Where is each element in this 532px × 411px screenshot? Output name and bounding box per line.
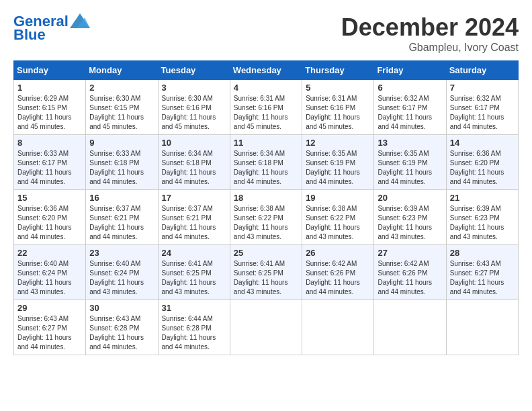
calendar-cell: 21Sunrise: 6:39 AMSunset: 6:23 PMDayligh… — [446, 190, 518, 245]
day-number: 30 — [89, 303, 154, 313]
calendar-cell: 3Sunrise: 6:30 AMSunset: 6:16 PMDaylight… — [158, 80, 230, 135]
day-info: Sunrise: 6:34 AMSunset: 6:18 PMDaylight:… — [162, 150, 216, 185]
day-info: Sunrise: 6:40 AMSunset: 6:24 PMDaylight:… — [89, 260, 144, 295]
day-number: 1 — [17, 83, 82, 93]
calendar-week-row: 22Sunrise: 6:40 AMSunset: 6:24 PMDayligh… — [14, 245, 519, 300]
calendar-week-row: 29Sunrise: 6:43 AMSunset: 6:27 PMDayligh… — [14, 300, 519, 355]
day-info: Sunrise: 6:37 AMSunset: 6:21 PMDaylight:… — [89, 205, 144, 240]
month-title: December 2024 — [341, 13, 519, 42]
calendar-cell: 7Sunrise: 6:32 AMSunset: 6:17 PMDaylight… — [446, 80, 518, 135]
calendar-cell: 19Sunrise: 6:38 AMSunset: 6:22 PMDayligh… — [302, 190, 374, 245]
day-info: Sunrise: 6:31 AMSunset: 6:16 PMDaylight:… — [306, 95, 360, 130]
calendar-cell — [302, 300, 374, 355]
day-number: 16 — [89, 193, 154, 203]
day-of-week-header: Wednesday — [230, 61, 302, 80]
title-section: December 2024 Gbampleu, Ivory Coast — [341, 13, 519, 54]
calendar-cell: 29Sunrise: 6:43 AMSunset: 6:27 PMDayligh… — [14, 300, 86, 355]
day-info: Sunrise: 6:30 AMSunset: 6:15 PMDaylight:… — [89, 95, 144, 130]
day-number: 27 — [378, 248, 442, 258]
day-number: 25 — [234, 248, 298, 258]
day-info: Sunrise: 6:43 AMSunset: 6:27 PMDaylight:… — [17, 315, 72, 351]
day-of-week-header: Friday — [374, 61, 446, 80]
day-number: 21 — [450, 193, 515, 203]
calendar-cell: 2Sunrise: 6:30 AMSunset: 6:15 PMDaylight… — [86, 80, 158, 135]
calendar-cell: 26Sunrise: 6:42 AMSunset: 6:26 PMDayligh… — [302, 245, 374, 300]
day-info: Sunrise: 6:40 AMSunset: 6:24 PMDaylight:… — [17, 260, 72, 295]
calendar-cell: 28Sunrise: 6:43 AMSunset: 6:27 PMDayligh… — [446, 245, 518, 300]
day-number: 8 — [17, 138, 82, 148]
calendar-week-row: 1Sunrise: 6:29 AMSunset: 6:15 PMDaylight… — [14, 80, 519, 135]
day-info: Sunrise: 6:42 AMSunset: 6:26 PMDaylight:… — [378, 260, 432, 295]
day-number: 7 — [450, 83, 515, 93]
day-number: 20 — [378, 193, 442, 203]
calendar-cell: 23Sunrise: 6:40 AMSunset: 6:24 PMDayligh… — [86, 245, 158, 300]
day-number: 14 — [450, 138, 515, 148]
logo-icon — [70, 13, 90, 28]
logo-text-blue: Blue — [13, 27, 46, 43]
location: Gbampleu, Ivory Coast — [341, 42, 519, 54]
day-number: 9 — [89, 138, 154, 148]
calendar-cell: 8Sunrise: 6:33 AMSunset: 6:17 PMDaylight… — [14, 135, 86, 190]
day-info: Sunrise: 6:29 AMSunset: 6:15 PMDaylight:… — [17, 95, 72, 130]
day-number: 13 — [378, 138, 442, 148]
day-number: 17 — [162, 193, 226, 203]
day-number: 3 — [162, 83, 226, 93]
calendar-cell: 11Sunrise: 6:34 AMSunset: 6:18 PMDayligh… — [230, 135, 302, 190]
day-number: 22 — [17, 248, 82, 258]
calendar-cell: 5Sunrise: 6:31 AMSunset: 6:16 PMDaylight… — [302, 80, 374, 135]
day-number: 24 — [162, 248, 226, 258]
calendar-cell — [230, 300, 302, 355]
calendar-cell: 6Sunrise: 6:32 AMSunset: 6:17 PMDaylight… — [374, 80, 446, 135]
calendar-header-row: SundayMondayTuesdayWednesdayThursdayFrid… — [14, 61, 519, 80]
calendar-cell: 20Sunrise: 6:39 AMSunset: 6:23 PMDayligh… — [374, 190, 446, 245]
day-of-week-header: Monday — [86, 61, 158, 80]
calendar-cell: 17Sunrise: 6:37 AMSunset: 6:21 PMDayligh… — [158, 190, 230, 245]
day-number: 4 — [234, 83, 298, 93]
day-number: 2 — [89, 83, 154, 93]
calendar-week-row: 8Sunrise: 6:33 AMSunset: 6:17 PMDaylight… — [14, 135, 519, 190]
day-info: Sunrise: 6:41 AMSunset: 6:25 PMDaylight:… — [162, 260, 216, 295]
day-number: 15 — [17, 193, 82, 203]
day-info: Sunrise: 6:33 AMSunset: 6:17 PMDaylight:… — [17, 150, 72, 185]
logo: General Blue — [13, 13, 90, 43]
day-info: Sunrise: 6:36 AMSunset: 6:20 PMDaylight:… — [17, 205, 72, 240]
day-info: Sunrise: 6:37 AMSunset: 6:21 PMDaylight:… — [162, 205, 216, 240]
calendar-cell: 10Sunrise: 6:34 AMSunset: 6:18 PMDayligh… — [158, 135, 230, 190]
calendar-cell: 13Sunrise: 6:35 AMSunset: 6:19 PMDayligh… — [374, 135, 446, 190]
day-info: Sunrise: 6:39 AMSunset: 6:23 PMDaylight:… — [450, 205, 504, 240]
day-info: Sunrise: 6:43 AMSunset: 6:27 PMDaylight:… — [450, 260, 504, 295]
day-number: 19 — [306, 193, 370, 203]
calendar-cell: 24Sunrise: 6:41 AMSunset: 6:25 PMDayligh… — [158, 245, 230, 300]
day-number: 11 — [234, 138, 298, 148]
day-info: Sunrise: 6:44 AMSunset: 6:28 PMDaylight:… — [162, 315, 216, 351]
day-info: Sunrise: 6:39 AMSunset: 6:23 PMDaylight:… — [378, 205, 432, 240]
day-info: Sunrise: 6:35 AMSunset: 6:19 PMDaylight:… — [378, 150, 432, 185]
day-number: 18 — [234, 193, 298, 203]
day-number: 6 — [378, 83, 442, 93]
calendar-cell: 22Sunrise: 6:40 AMSunset: 6:24 PMDayligh… — [14, 245, 86, 300]
day-info: Sunrise: 6:38 AMSunset: 6:22 PMDaylight:… — [306, 205, 360, 240]
day-info: Sunrise: 6:33 AMSunset: 6:18 PMDaylight:… — [89, 150, 144, 185]
day-number: 12 — [306, 138, 370, 148]
day-of-week-header: Thursday — [302, 61, 374, 80]
day-number: 31 — [162, 303, 226, 313]
calendar-cell — [446, 300, 518, 355]
calendar-cell — [374, 300, 446, 355]
day-of-week-header: Tuesday — [158, 61, 230, 80]
calendar-cell: 4Sunrise: 6:31 AMSunset: 6:16 PMDaylight… — [230, 80, 302, 135]
day-number: 10 — [162, 138, 226, 148]
day-info: Sunrise: 6:35 AMSunset: 6:19 PMDaylight:… — [306, 150, 360, 185]
day-info: Sunrise: 6:34 AMSunset: 6:18 PMDaylight:… — [234, 150, 288, 185]
day-info: Sunrise: 6:43 AMSunset: 6:28 PMDaylight:… — [89, 315, 144, 351]
day-info: Sunrise: 6:38 AMSunset: 6:22 PMDaylight:… — [234, 205, 288, 240]
calendar-week-row: 15Sunrise: 6:36 AMSunset: 6:20 PMDayligh… — [14, 190, 519, 245]
day-info: Sunrise: 6:36 AMSunset: 6:20 PMDaylight:… — [450, 150, 504, 185]
calendar-cell: 31Sunrise: 6:44 AMSunset: 6:28 PMDayligh… — [158, 300, 230, 355]
day-number: 5 — [306, 83, 370, 93]
calendar-cell: 27Sunrise: 6:42 AMSunset: 6:26 PMDayligh… — [374, 245, 446, 300]
day-number: 26 — [306, 248, 370, 258]
day-number: 29 — [17, 303, 82, 313]
calendar-cell: 1Sunrise: 6:29 AMSunset: 6:15 PMDaylight… — [14, 80, 86, 135]
day-info: Sunrise: 6:30 AMSunset: 6:16 PMDaylight:… — [162, 95, 216, 130]
calendar-cell: 14Sunrise: 6:36 AMSunset: 6:20 PMDayligh… — [446, 135, 518, 190]
